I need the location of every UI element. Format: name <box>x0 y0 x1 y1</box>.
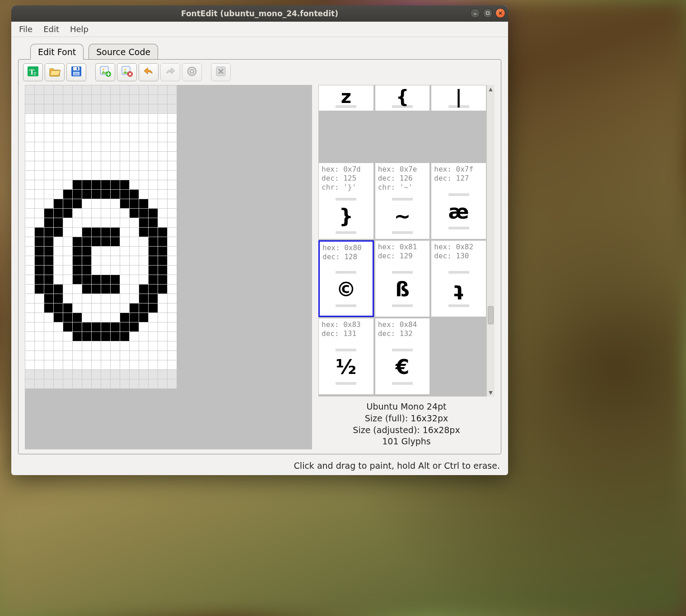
close-window-button[interactable] <box>495 8 505 18</box>
menu-edit[interactable]: Edit <box>39 23 64 36</box>
glyph-cell[interactable]: hex: 0x84 dec: 132€ <box>375 318 430 395</box>
glyph-meta: hex: 0x7f dec: 127 <box>431 163 486 184</box>
workarea: z{|hex: 0x7d dec: 125 chr: '}'}hex: 0x7e… <box>19 85 501 454</box>
open-button[interactable] <box>45 63 65 81</box>
glyph-preview: æ <box>431 184 486 239</box>
undo-button[interactable] <box>139 63 159 81</box>
import-font-icon: TT <box>27 65 39 79</box>
remove-glyph-icon <box>121 65 133 79</box>
scroll-thumb[interactable] <box>488 306 494 324</box>
glyph-preview: ß <box>375 261 430 317</box>
svg-rect-8 <box>73 67 79 70</box>
save-button[interactable] <box>66 63 86 81</box>
glyph-preview: ~ <box>375 193 430 239</box>
glyph-sidebar: z{|hex: 0x7d dec: 125 chr: '}'}hex: 0x7e… <box>318 85 495 449</box>
menubar: File Edit Help <box>11 22 508 37</box>
tab-edit-font[interactable]: Edit Font <box>30 44 84 60</box>
glyph-cell[interactable]: hex: 0x7e dec: 126 chr: '~'~ <box>375 163 430 239</box>
toolbar: TT <box>19 60 501 85</box>
window-title: FontEdit (ubuntu_mono_24.fontedit) <box>181 9 338 18</box>
font-info-name: Ubuntu Mono 24pt <box>320 401 493 413</box>
app-window: FontEdit (ubuntu_mono_24.fontedit) File … <box>11 5 508 475</box>
glyph-scrollbar[interactable]: ▲ ▼ <box>486 85 495 397</box>
tab-source-code[interactable]: Source Code <box>89 44 158 60</box>
glyph-cell[interactable]: hex: 0x7f dec: 127æ <box>431 163 486 239</box>
glyph-preview: } <box>319 193 373 239</box>
glyph-cell[interactable]: { <box>375 85 430 111</box>
client-area: Edit Font Source Code TT z{|hex: 0x7d de… <box>11 37 508 475</box>
glyph-preview: ½ <box>319 339 373 394</box>
svg-point-19 <box>188 67 196 75</box>
svg-point-14 <box>103 69 104 70</box>
svg-point-17 <box>124 69 126 70</box>
svg-rect-10 <box>73 72 79 75</box>
scroll-up-arrow-icon[interactable]: ▲ <box>487 85 495 93</box>
titlebar[interactable]: FontEdit (ubuntu_mono_24.fontedit) <box>11 5 508 22</box>
glyph-meta: hex: 0x7e dec: 126 chr: '~' <box>375 163 430 193</box>
svg-rect-1 <box>486 12 489 14</box>
menu-help[interactable]: Help <box>65 23 93 36</box>
font-info: Ubuntu Mono 24pt Size (full): 16x32px Si… <box>318 397 495 449</box>
maximize-button[interactable] <box>483 8 493 18</box>
close-icon <box>215 65 227 79</box>
glyph-preview: ʇ <box>431 261 486 317</box>
glyph-meta: hex: 0x83 dec: 131 <box>319 318 373 339</box>
glyph-cell[interactable]: hex: 0x83 dec: 131½ <box>318 318 374 395</box>
tabstrip: Edit Font Source Code <box>11 37 508 60</box>
import-font-button[interactable]: TT <box>23 63 43 81</box>
redo-button <box>160 63 180 81</box>
font-info-glyph-count: 101 Glyphs <box>320 436 493 448</box>
status-bar: Click and drag to paint, hold Alt or Ctr… <box>11 458 508 475</box>
glyph-cell[interactable]: hex: 0x82 dec: 130ʇ <box>431 240 486 317</box>
glyph-cell[interactable]: hex: 0x7d dec: 125 chr: '}'} <box>318 163 374 239</box>
glyph-preview: € <box>375 339 430 394</box>
reset-icon <box>186 65 198 79</box>
glyph-meta: hex: 0x81 dec: 129 <box>375 241 430 261</box>
svg-point-20 <box>190 70 194 73</box>
minimize-button[interactable] <box>470 8 480 18</box>
font-info-size-adjusted: Size (adjusted): 16x28px <box>320 425 493 436</box>
glyph-cell[interactable]: hex: 0x80 dec: 128© <box>318 240 374 317</box>
glyph-meta: hex: 0x82 dec: 130 <box>431 241 486 261</box>
pixel-editor[interactable] <box>25 85 312 449</box>
glyph-preview: © <box>320 262 373 316</box>
add-glyph-icon <box>99 65 112 79</box>
svg-rect-9 <box>77 67 78 70</box>
close-button <box>211 63 231 81</box>
font-info-size-full: Size (full): 16x32px <box>320 413 493 425</box>
svg-text:T: T <box>33 71 37 76</box>
open-icon <box>48 65 61 79</box>
save-icon <box>70 65 83 79</box>
glyph-cell[interactable]: z <box>318 85 374 111</box>
glyph-meta: hex: 0x84 dec: 132 <box>375 318 430 339</box>
glyph-meta: hex: 0x7d dec: 125 chr: '}' <box>319 163 373 193</box>
undo-icon <box>142 65 155 79</box>
menu-file[interactable]: File <box>14 23 37 36</box>
remove-glyph-button[interactable] <box>117 63 137 81</box>
reset-button <box>182 63 202 81</box>
add-glyph-button[interactable] <box>95 63 115 81</box>
glyph-palette: z{|hex: 0x7d dec: 125 chr: '}'}hex: 0x7e… <box>318 85 495 397</box>
glyph-cell[interactable]: | <box>431 85 486 111</box>
editor-panel: TT z{|hex: 0x7d dec: 125 chr: '}'}hex: 0… <box>18 59 501 454</box>
glyph-meta: hex: 0x80 dec: 128 <box>320 242 373 262</box>
redo-icon <box>164 65 177 79</box>
glyph-cell-empty <box>431 318 486 395</box>
status-text: Click and drag to paint, hold Alt or Ctr… <box>294 461 500 471</box>
scroll-down-arrow-icon[interactable]: ▼ <box>487 388 495 397</box>
glyph-cell[interactable]: hex: 0x81 dec: 129ß <box>375 240 430 317</box>
